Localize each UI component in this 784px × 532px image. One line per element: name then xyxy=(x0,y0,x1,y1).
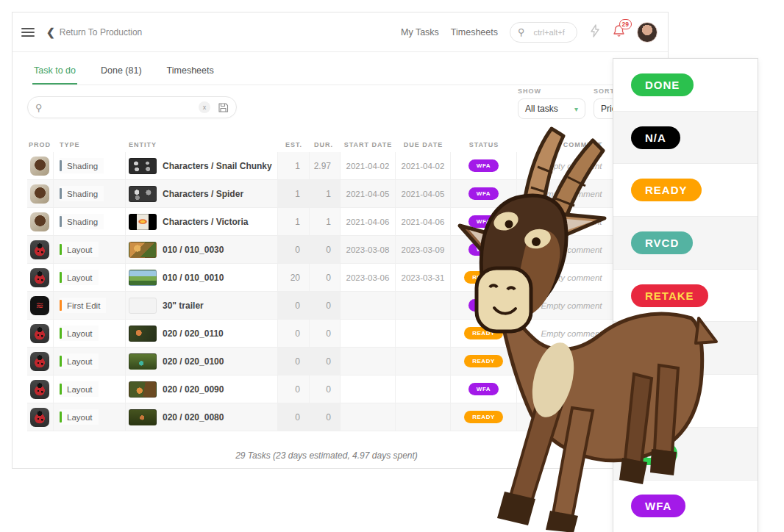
production-icon[interactable] xyxy=(30,157,49,176)
status-option-ok[interactable]: OK xyxy=(613,428,758,481)
entity-name[interactable]: 30" trailer xyxy=(163,301,204,311)
notifications-button[interactable]: 29 xyxy=(613,24,625,40)
status-option-done[interactable]: DONE xyxy=(613,59,758,112)
table-row[interactable]: Layout020 / 020_009000WFAEmpty comment xyxy=(27,375,626,403)
entity-name[interactable]: 020 / 020_0090 xyxy=(163,384,224,395)
status-option-n-a[interactable]: N/A xyxy=(613,112,758,165)
task-search-bar[interactable]: ⚲ x xyxy=(27,96,237,118)
status-option-wfa[interactable]: WFA xyxy=(613,481,758,532)
status-pill[interactable]: READY xyxy=(631,179,702,201)
tab-timesheets[interactable]: Timesheets xyxy=(165,60,215,85)
tab-done[interactable]: Done (81) xyxy=(99,60,143,85)
task-type-cell: Layout xyxy=(54,375,126,403)
estimation-cell: 0 xyxy=(278,403,310,431)
table-row[interactable]: Layout020 / 020_010000READYEmpty comment xyxy=(27,348,626,375)
status-pill[interactable]: WFA xyxy=(468,299,499,312)
table-row[interactable]: Layout020 / 020_011000READYEmpty comment xyxy=(27,320,626,348)
table-row[interactable]: ShadingCharacters / Snail Chunky12.97202… xyxy=(27,152,626,180)
entity-cell[interactable]: 30" trailer xyxy=(126,292,278,319)
production-icon[interactable] xyxy=(30,212,49,231)
status-option-retake[interactable]: RETAKE xyxy=(613,270,758,323)
production-icon[interactable] xyxy=(30,268,49,287)
status-pill[interactable]: DONE xyxy=(631,73,694,96)
entity-cell[interactable]: Characters / Spider xyxy=(126,180,278,207)
entity-cell[interactable]: 010 / 010_0030 xyxy=(126,236,278,263)
entity-cell[interactable]: Characters / Victoria xyxy=(126,208,278,235)
entity-cell[interactable]: 020 / 020_0100 xyxy=(126,348,278,375)
entity-cell[interactable]: 010 / 010_0010 xyxy=(126,264,278,291)
save-search-icon[interactable] xyxy=(218,102,229,113)
nav-timesheets[interactable]: Timesheets xyxy=(451,27,498,37)
task-type-cell: Layout xyxy=(54,264,126,291)
task-type-cell: Shading xyxy=(54,152,126,179)
tab-task-to-do[interactable]: Task to do xyxy=(32,60,77,85)
show-filter-select[interactable]: All tasks ▾ xyxy=(518,98,585,119)
duration-cell: 1 xyxy=(310,208,341,235)
table-row[interactable]: Layout010 / 010_00102002023-03-062023-03… xyxy=(27,264,626,292)
entity-name[interactable]: Characters / Spider xyxy=(163,189,243,199)
production-icon[interactable] xyxy=(30,296,49,315)
task-type-chip: Shading xyxy=(60,214,104,229)
global-search-input[interactable]: ⚲ ctrl+alt+f xyxy=(510,22,577,43)
back-to-production-link[interactable]: ❮ Return To Production xyxy=(46,26,142,38)
table-row[interactable]: First Edit30" trailer00WFAEmpty comment xyxy=(27,292,626,320)
status-pill[interactable]: TODO xyxy=(631,389,694,412)
status-pill[interactable]: RETAKE xyxy=(631,284,708,307)
status-option-ready[interactable]: READY xyxy=(613,164,758,217)
entity-cell[interactable]: Characters / Snail Chunky xyxy=(126,152,278,179)
column-prod: PROD xyxy=(27,141,54,148)
menu-icon[interactable] xyxy=(21,26,35,39)
production-icon[interactable] xyxy=(30,408,49,427)
entity-name[interactable]: 020 / 020_0100 xyxy=(163,356,224,367)
status-pill[interactable]: WFA xyxy=(468,383,499,395)
task-type-cell: Layout xyxy=(54,348,126,375)
avatar[interactable] xyxy=(637,22,658,43)
lightning-icon[interactable] xyxy=(589,24,601,40)
status-pill[interactable]: READY xyxy=(464,271,503,284)
status-pill[interactable] xyxy=(631,343,659,353)
duration-cell: 2.97 xyxy=(310,152,341,179)
task-search-input[interactable] xyxy=(47,102,199,112)
production-icon[interactable] xyxy=(30,324,49,343)
entity-name[interactable]: 020 / 020_0110 xyxy=(163,328,224,339)
production-cell xyxy=(27,320,54,347)
status-pill[interactable]: N/A xyxy=(631,126,680,149)
status-cell: READY xyxy=(451,348,517,375)
status-option-hidden[interactable] xyxy=(613,322,758,375)
status-pill[interactable]: WFA xyxy=(468,243,499,256)
clear-search-button[interactable]: x xyxy=(199,101,210,113)
table-row[interactable]: ShadingCharacters / Spider112021-04-0520… xyxy=(27,180,626,208)
status-pill[interactable]: WFA xyxy=(468,187,499,200)
status-option-rvcd[interactable]: RVCD xyxy=(613,217,758,270)
production-icon[interactable] xyxy=(30,352,49,371)
table-row[interactable]: ShadingCharacters / Victoria112021-04-06… xyxy=(27,208,626,236)
entity-name[interactable]: Characters / Victoria xyxy=(163,217,249,227)
status-pill[interactable]: READY xyxy=(464,411,503,423)
production-icon[interactable] xyxy=(30,184,49,204)
status-pill[interactable]: RVCD xyxy=(631,231,693,254)
status-pill[interactable]: READY xyxy=(464,355,503,367)
status-pill[interactable]: WFA xyxy=(468,215,499,228)
due-date-cell: 2021-04-02 xyxy=(396,152,451,179)
table-row[interactable]: Layout020 / 020_008000READYEmpty comment xyxy=(27,403,626,431)
status-pill[interactable]: WFA xyxy=(468,159,499,172)
status-pill[interactable]: READY xyxy=(464,327,503,339)
entity-name[interactable]: 020 / 020_0080 xyxy=(163,412,224,423)
entity-name[interactable]: 010 / 010_0010 xyxy=(163,273,224,283)
nav-my-tasks[interactable]: My Tasks xyxy=(401,27,439,37)
entity-thumbnail xyxy=(129,298,157,314)
table-row[interactable]: Layout010 / 010_0030002023-03-082023-03-… xyxy=(27,236,626,264)
entity-cell[interactable]: 020 / 020_0090 xyxy=(126,375,278,403)
entity-name[interactable]: Characters / Snail Chunky xyxy=(163,161,272,171)
start-date-cell: 2023-03-06 xyxy=(341,264,396,291)
entity-cell[interactable]: 020 / 020_0110 xyxy=(126,320,278,347)
task-type-chip: Layout xyxy=(60,409,99,425)
status-option-todo[interactable]: TODO xyxy=(613,375,758,428)
estimation-cell: 1 xyxy=(278,208,310,235)
status-pill[interactable]: OK xyxy=(631,442,677,465)
production-icon[interactable] xyxy=(30,380,49,399)
entity-name[interactable]: 010 / 010_0030 xyxy=(163,245,224,255)
production-icon[interactable] xyxy=(30,240,49,259)
entity-cell[interactable]: 020 / 020_0080 xyxy=(126,403,278,431)
status-pill[interactable]: WFA xyxy=(631,495,685,517)
